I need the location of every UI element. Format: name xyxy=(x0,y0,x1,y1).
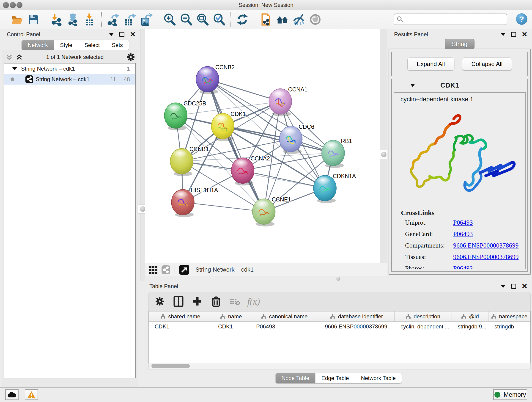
zoom-selected-button[interactable] xyxy=(212,13,226,26)
network-edge-count: 48 xyxy=(124,76,130,83)
network-view-canvas[interactable]: CCNB2CCNA1CDC25BCDK1CDC6RB1CCNB1CCNA2CDK… xyxy=(145,29,380,263)
network-node-CCNA1[interactable]: CCNA1 xyxy=(269,86,307,116)
crosslink-link[interactable]: 9606.ENSP00000378699 xyxy=(453,253,519,261)
float-panel-icon[interactable] xyxy=(511,284,516,289)
delete-table-button[interactable] xyxy=(229,295,241,307)
string-import-button[interactable] xyxy=(259,13,272,26)
network-collection-row[interactable]: String Network – cdk1 1 xyxy=(4,64,135,74)
node-result-header[interactable]: CDK1 xyxy=(392,79,527,91)
edge-HIST1H1A-CCNE1[interactable] xyxy=(183,202,264,211)
add-column-button[interactable] xyxy=(191,295,203,307)
table-horizontal-scrollbar[interactable] xyxy=(148,363,531,370)
zoom-out-button[interactable] xyxy=(179,13,193,26)
column-header-canonical-name[interactable]: canonical name xyxy=(250,312,319,321)
edge-CCNA2-CDKN1A[interactable] xyxy=(243,171,325,188)
float-panel-icon[interactable] xyxy=(119,32,124,37)
network-node-CDKN1A[interactable]: CDKN1A xyxy=(313,173,356,203)
network-graph[interactable]: CCNB2CCNA1CDC25BCDK1CDC6RB1CCNB1CCNA2CDK… xyxy=(145,29,380,263)
column-header-namespace[interactable]: namespace xyxy=(488,312,530,321)
network-node-HIST1H1A[interactable]: HIST1H1A xyxy=(171,187,218,217)
close-panel-icon[interactable]: ✕ xyxy=(522,32,527,37)
network-node-CCNE1[interactable]: CCNE1 xyxy=(253,196,291,226)
tab-sets[interactable]: Sets xyxy=(106,40,129,50)
import-table-file-button[interactable] xyxy=(83,13,96,26)
left-splitter[interactable] xyxy=(140,29,145,281)
import-network-file-button[interactable] xyxy=(50,13,63,26)
collapse-panel-icon[interactable] xyxy=(109,33,114,36)
tab-node-table[interactable]: Node Table xyxy=(276,373,315,383)
function-builder-button[interactable]: f(x) xyxy=(248,295,260,307)
collapse-panel-icon[interactable] xyxy=(500,285,506,288)
refresh-view-button[interactable] xyxy=(236,13,249,26)
save-session-button[interactable] xyxy=(27,13,40,26)
birds-eye-grid-icon[interactable] xyxy=(149,265,158,274)
network-options-gear-icon[interactable] xyxy=(127,53,135,61)
close-panel-icon[interactable]: ✕ xyxy=(522,284,527,289)
collapse-panel-icon[interactable] xyxy=(500,33,506,36)
export-image-button[interactable] xyxy=(139,13,153,26)
network-row[interactable]: String Network – cdk1 11 48 xyxy=(4,74,135,85)
table-cell[interactable]: 9606.ENSP00000378699 xyxy=(319,322,394,332)
horizontal-splitter-handle[interactable] xyxy=(336,277,341,281)
results-tab-string[interactable]: String xyxy=(445,39,475,49)
crosslink-link[interactable]: P06493 xyxy=(453,265,473,269)
column-header-database-identifier[interactable]: database identifier xyxy=(319,312,394,321)
column-header-shared-name[interactable]: shared name xyxy=(149,312,212,321)
table-cell[interactable]: stringdb xyxy=(488,322,530,332)
crosslink-link[interactable]: 9606.ENSP00000378699 xyxy=(453,242,519,249)
show-graphics-details-button[interactable] xyxy=(309,13,322,26)
toolbar-separator xyxy=(158,12,158,27)
collection-expand-icon[interactable] xyxy=(12,67,17,70)
network-home-button[interactable] xyxy=(276,13,289,26)
crosslink-row: Uniprot:P06493 xyxy=(405,219,525,226)
table-options-button[interactable] xyxy=(154,295,166,307)
tab-network[interactable]: Network xyxy=(22,40,54,50)
network-grid-share-icon[interactable] xyxy=(161,265,171,274)
zoom-in-button[interactable] xyxy=(163,13,176,26)
show-columns-button[interactable] xyxy=(172,295,184,307)
column-header-name[interactable]: name xyxy=(212,312,250,321)
scrollbar-thumb[interactable] xyxy=(152,364,190,368)
collection-label: String Network – cdk1 xyxy=(21,65,127,72)
tab-edge-table[interactable]: Edge Table xyxy=(315,373,355,383)
right-splitter[interactable] xyxy=(380,29,387,281)
open-session-button[interactable] xyxy=(10,13,24,26)
homes-icon xyxy=(276,13,289,26)
table-cell[interactable]: P06493 xyxy=(250,322,319,332)
expand-all-button[interactable]: Expand All xyxy=(407,57,454,70)
expand-all-networks-icon[interactable] xyxy=(15,53,23,61)
collapse-all-networks-icon[interactable] xyxy=(5,53,13,61)
import-network-database-button[interactable] xyxy=(67,13,80,26)
table-cell[interactable]: stringdb:9... xyxy=(452,322,488,332)
tab-select[interactable]: Select xyxy=(78,40,106,50)
close-panel-icon[interactable]: ✕ xyxy=(130,32,136,37)
toolbar-separator xyxy=(101,12,102,27)
cloud-status-button[interactable] xyxy=(5,389,19,400)
entry-collapse-icon[interactable] xyxy=(410,84,415,87)
open-in-new-window-icon[interactable] xyxy=(179,264,190,275)
export-table-button[interactable] xyxy=(123,13,136,26)
memory-button[interactable]: Memory xyxy=(493,389,527,400)
network-node-CCNB2[interactable]: CCNB2 xyxy=(196,64,235,94)
table-cell[interactable]: cyclin–dependent ... xyxy=(394,322,452,332)
float-panel-icon[interactable] xyxy=(511,32,516,37)
hide-selected-button[interactable] xyxy=(292,13,305,26)
help-button[interactable]: ? xyxy=(516,13,527,25)
table-cell[interactable]: CDK1 xyxy=(212,322,250,332)
collapse-all-button[interactable]: Collapse All xyxy=(462,57,512,70)
column-header--id[interactable]: @id xyxy=(452,312,488,321)
tab-network-table[interactable]: Network Table xyxy=(355,373,402,383)
table-row[interactable]: CDK1CDK1P064939606.ENSP00000378699cyclin… xyxy=(149,322,530,332)
export-network-button[interactable] xyxy=(107,13,120,26)
delete-column-button[interactable] xyxy=(210,295,222,307)
table-cell[interactable]: CDK1 xyxy=(149,322,212,332)
search-input[interactable] xyxy=(403,16,502,23)
crosslink-link[interactable]: P06493 xyxy=(453,230,473,238)
warnings-button[interactable] xyxy=(25,389,38,400)
network-node-CCNB1[interactable]: CCNB1 xyxy=(170,146,209,176)
tab-style[interactable]: Style xyxy=(54,40,78,50)
network-node-RB1[interactable]: RB1 xyxy=(322,138,352,168)
crosslink-link[interactable]: P06493 xyxy=(453,219,473,226)
column-header-description[interactable]: description xyxy=(394,312,452,321)
zoom-fit-button[interactable] xyxy=(196,13,209,26)
